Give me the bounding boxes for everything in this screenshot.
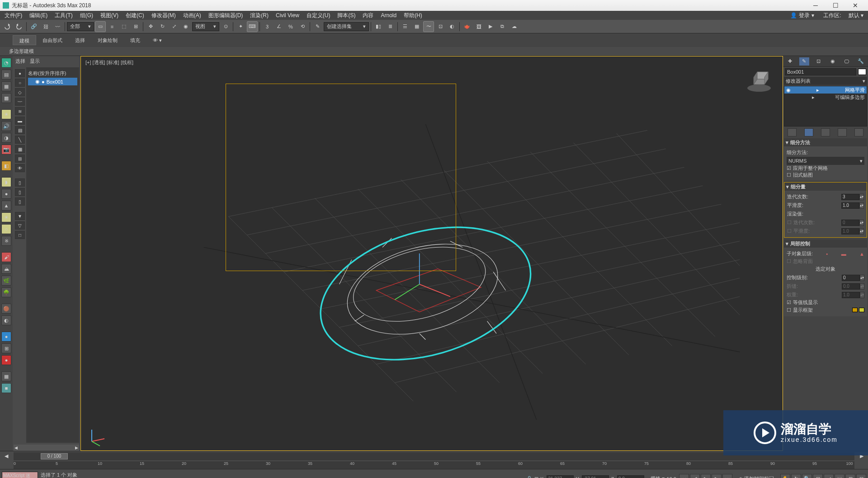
menu-views[interactable]: 视图(V) [97,11,122,20]
schematic-button[interactable]: ⊡ [435,21,446,32]
tab-display[interactable]: 🖵 [842,57,852,66]
select-region-button[interactable]: ⬚ [118,21,129,32]
tab-motion[interactable]: ◉ [828,57,838,66]
orbit-button[interactable]: ↻ [791,474,801,478]
menu-rendering[interactable]: 渲染(R) [246,11,272,20]
tool-4[interactable]: 🔊 [1,121,11,131]
scale-button[interactable]: ⤢ [169,21,179,32]
filter-4[interactable]: 〰 [15,98,25,106]
select-name-button[interactable]: ≡ [107,21,118,32]
filter-16[interactable]: ▽ [15,221,25,230]
tool-16[interactable]: ■ [1,383,11,393]
keyboard-shortcut-button[interactable]: ⌨ [247,21,258,32]
smoothness-spinner[interactable]: ▴▾ [841,202,864,209]
render-prod-button[interactable]: ⧉ [497,21,508,32]
ribbon-tab-freeform[interactable]: 自由形式 [36,35,69,45]
viewport-canvas[interactable] [81,56,783,450]
scene-tab-display[interactable]: 显示 [30,58,40,65]
workspace-select[interactable]: 默认 ▾ [845,12,867,19]
prev-frame-button[interactable]: ◀ [690,474,700,478]
filter-5[interactable]: ≋ [15,107,25,115]
undo-button[interactable] [2,21,13,32]
align-button[interactable]: ≣ [385,21,396,32]
redo-button[interactable] [14,21,24,32]
ribbon-tab-selection[interactable]: 选择 [69,35,91,45]
modifier-stack[interactable]: ◉ ▸ 网格平滑 ▸ 可编辑多边形 [784,86,867,127]
next-frame-button[interactable]: ▶ [712,474,722,478]
x-field[interactable] [547,475,574,478]
tool-2[interactable]: ▦ [1,81,11,91]
tool-teapot[interactable]: ◔ [1,58,11,68]
edge-btn[interactable]: ▬ [841,251,846,257]
render-smooth-check[interactable]: ☐平滑度: [787,228,810,234]
zoom-region-button[interactable]: ⬚ [835,474,844,478]
filter-13[interactable]: ▯ [15,188,25,196]
zoom-ext-button[interactable]: ⊡ [813,474,823,478]
time-ruler[interactable]: 0510 152025 303540 455055 606570 758085 … [14,461,854,469]
make-unique-button[interactable] [821,128,830,136]
ribbon-tab-populate[interactable]: 填充 [124,35,146,45]
menu-scripting[interactable]: 脚本(S) [334,11,359,20]
tab-create[interactable]: ✚ [785,57,795,66]
minimize-button[interactable]: ─ [806,0,826,10]
filter-9[interactable]: ▦ [15,145,25,153]
zoom-button[interactable]: 🔍 [802,474,812,478]
remove-mod-button[interactable] [838,128,847,136]
named-selset[interactable]: 创建选择集▾ [324,22,369,31]
link-button[interactable]: 🔗 [28,21,39,32]
ribbon-panel-polymodeling[interactable]: 多边形建模 [9,48,34,55]
snap-toggle-button[interactable]: 3 [262,21,273,32]
filter-10[interactable]: ⊞ [15,155,25,163]
unlink-button[interactable]: ⛓ [40,21,51,32]
isoline-check[interactable]: ☑等值线显示 [787,299,864,306]
rotate-button[interactable]: ↻ [157,21,168,32]
goto-end-button[interactable]: ⏭ [722,474,732,478]
pin-stack-button[interactable] [788,128,797,136]
rollout-header[interactable]: ▾细分量 [784,183,867,191]
render-iter-check[interactable]: ☐迭代次数: [787,219,815,226]
ribbon-toggle[interactable]: 👁 ▾ [146,35,168,45]
face-btn[interactable]: ▲ [859,251,864,257]
scene-scrollbar[interactable]: ◀▶ [14,445,79,451]
menu-tools[interactable]: 工具(T) [51,11,76,20]
fov-button[interactable]: ◿ [824,474,834,478]
tool-8[interactable]: ⛰ [1,264,11,274]
tool-11[interactable]: 🟤 [1,304,11,314]
render-online-button[interactable]: ☁ [509,21,519,32]
filter-7[interactable]: ▤ [15,126,25,134]
tab-modify[interactable]: ✎ [799,57,809,66]
menu-group[interactable]: 组(G) [76,11,97,20]
render-button[interactable]: ▶ [485,21,496,32]
scene-tree[interactable]: 名称(按升序排序) ◉ ● Box001 [26,67,79,443]
configure-button[interactable] [854,128,863,136]
slider-left[interactable]: ◀ [5,453,8,459]
viewport[interactable]: [+] [透视] [标准] [线框] [80,56,783,451]
tool-3[interactable]: ▩ [1,93,11,103]
maxmin-button[interactable]: ⊞ [845,474,855,478]
scene-item-box001[interactable]: ◉ ● Box001 [28,78,77,85]
menu-grapheditors[interactable]: 图形编辑器(D) [205,11,247,20]
tool-light[interactable]: ☀ [1,109,11,119]
old-mapping-check[interactable]: ☐旧式贴图 [787,172,864,178]
tool-sun[interactable]: ☀ [1,212,11,222]
selection-filter[interactable]: 全部▾ [67,22,94,31]
menu-create[interactable]: 创建(C) [122,11,148,20]
cage-color-2[interactable] [859,308,864,312]
filter-15[interactable]: ▼ [15,212,25,220]
menu-content[interactable]: 内容 [359,11,377,20]
tool-14[interactable]: ⊞ [1,343,11,353]
ref-coord-system[interactable]: 视图▾ [192,22,219,31]
spinner-snap-button[interactable]: ⟲ [297,21,308,32]
signin-button[interactable]: 👤 登录 ▾ [785,12,820,19]
window-crossing-button[interactable]: ⊞ [130,21,141,32]
tool-6[interactable]: ◧ [1,161,11,171]
filter-2[interactable]: ○ [15,79,25,87]
tool-rec[interactable]: ● [1,355,11,365]
menu-civilview[interactable]: Civil View [272,11,303,20]
pivot-center-button[interactable]: ⊙ [220,21,231,32]
showcage-check[interactable]: ☐显示框架 [787,307,813,314]
tool-7[interactable]: ※ [1,236,11,246]
tool-13[interactable]: ● [1,332,11,342]
ribbon-toggle-button[interactable]: ▦ [411,21,422,32]
percent-snap-button[interactable]: % [285,21,296,32]
